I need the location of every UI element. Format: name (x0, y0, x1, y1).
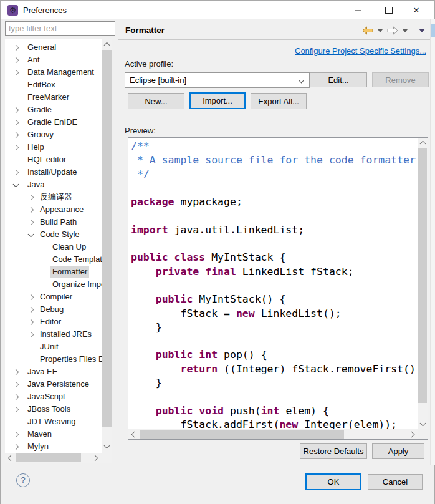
forward-history-dropdown-icon[interactable] (403, 29, 408, 32)
tree-item-build-path[interactable]: Build Path (5, 216, 102, 228)
tree-item-data-management[interactable]: Data Management (5, 66, 102, 79)
chevron-right-icon[interactable] (28, 319, 34, 326)
tree-vertical-scrollbar[interactable] (102, 39, 112, 453)
edit-button[interactable]: Edit... (310, 72, 367, 87)
chevron-right-icon[interactable] (28, 195, 34, 201)
tree-item-jdt-weaving[interactable]: JDT Weaving (5, 415, 102, 428)
tree-item-gradle-enide[interactable]: Gradle EnIDE (5, 116, 102, 128)
tree-item-java-ee[interactable]: Java EE (5, 366, 102, 378)
tree-item-maven[interactable]: Maven (5, 428, 102, 440)
tree-vscroll-thumb[interactable] (102, 50, 112, 427)
view-menu-icon[interactable] (419, 29, 425, 32)
tree-item-ant[interactable]: Ant (5, 54, 102, 66)
tree-item-general[interactable]: General (5, 41, 102, 54)
scroll-left-icon[interactable] (8, 455, 14, 462)
tree-item-freemarker[interactable]: FreeMarker (5, 91, 102, 104)
tree-item-organize-impo[interactable]: Organize Impo (5, 278, 102, 291)
chevron-right-icon[interactable] (13, 369, 19, 376)
chevron-right-icon[interactable] (28, 332, 34, 338)
export-all-button[interactable]: Export All... (251, 93, 307, 109)
tree-item-gradle[interactable]: Gradle (5, 104, 102, 116)
code-editor[interactable]: /** * A sample source file for the code … (131, 140, 417, 429)
chevron-down-icon[interactable] (13, 182, 19, 188)
tree-item-groovy[interactable]: Groovy (5, 128, 102, 141)
preview-hscroll-thumb[interactable] (140, 430, 344, 439)
chevron-right-icon[interactable] (13, 170, 19, 176)
tree-item-java-persistence[interactable]: Java Persistence (5, 378, 102, 390)
tree-item-mylyn[interactable]: Mylyn (5, 440, 102, 453)
tree-item-compiler[interactable]: Compiler (5, 291, 102, 303)
chevron-right-icon[interactable] (13, 145, 19, 151)
panel-scrollbar[interactable] (430, 19, 435, 465)
panel-scroll-thumb[interactable] (431, 24, 435, 37)
scroll-up-icon[interactable] (104, 42, 110, 49)
chevron-right-icon[interactable] (28, 307, 34, 313)
gear-icon: ⚙ (7, 5, 18, 16)
apply-button[interactable]: Apply (372, 443, 424, 459)
filter-input[interactable] (5, 21, 115, 36)
active-profile-select[interactable]: Eclipse [built-in] (125, 72, 310, 88)
tree-horizontal-scrollbar[interactable] (5, 453, 102, 463)
chevron-right-icon[interactable] (13, 444, 19, 450)
tree-item-[interactable]: 反编译器 (5, 191, 102, 203)
tree-hscroll-thumb[interactable] (16, 453, 81, 462)
tree-item-editbox[interactable]: EditBox (5, 79, 102, 91)
chevron-right-icon[interactable] (13, 132, 19, 138)
tree-item-formatter[interactable]: Formatter (5, 266, 102, 278)
chevron-right-icon[interactable] (13, 394, 19, 400)
page-title: Formatter (125, 26, 165, 35)
tree-item-code-template[interactable]: Code Template (5, 253, 102, 266)
close-button[interactable]: ✕ (406, 1, 427, 19)
preview-horizontal-scrollbar[interactable] (128, 429, 418, 439)
tree-item-installed-jres[interactable]: Installed JREs (5, 328, 102, 341)
scroll-right-icon[interactable] (409, 432, 415, 438)
tree-item-editor[interactable]: Editor (5, 316, 102, 328)
tree-item-hql-editor[interactable]: HQL editor (5, 153, 102, 166)
maximize-button[interactable] (378, 1, 399, 19)
tree-item-code-style[interactable]: Code Style (5, 228, 102, 241)
chevron-right-icon[interactable] (13, 70, 19, 76)
tree-item-java[interactable]: Java (5, 178, 102, 191)
forward-arrow-icon[interactable] (387, 26, 398, 35)
tree-item-properties-files-ed[interactable]: Properties Files Ed (5, 353, 102, 366)
remove-button[interactable]: Remove (372, 72, 429, 87)
tree-item-jboss-tools[interactable]: JBoss Tools (5, 403, 102, 415)
tree-item-clean-up[interactable]: Clean Up (5, 241, 102, 253)
chevron-right-icon[interactable] (28, 207, 34, 213)
chevron-down-icon[interactable] (28, 231, 34, 238)
cancel-button[interactable]: Cancel (368, 474, 423, 490)
new-button[interactable]: New... (128, 93, 184, 109)
scroll-down-icon[interactable] (420, 420, 426, 427)
chevron-right-icon[interactable] (13, 120, 19, 126)
tree-item-debug[interactable]: Debug (5, 303, 102, 316)
chevron-right-icon[interactable] (13, 57, 19, 64)
chevron-right-icon[interactable] (28, 220, 34, 226)
tree-item-javascript[interactable]: JavaScript (5, 390, 102, 403)
tree-item-junit[interactable]: JUnit (5, 341, 102, 353)
chevron-right-icon[interactable] (13, 45, 19, 51)
chevron-right-icon[interactable] (13, 382, 19, 388)
chevron-right-icon[interactable] (13, 432, 19, 438)
preview-vscroll-thumb[interactable] (418, 148, 427, 403)
scroll-left-icon[interactable] (131, 432, 138, 438)
chevron-right-icon[interactable] (28, 294, 34, 301)
import-button[interactable]: Import... (189, 92, 246, 109)
scroll-up-icon[interactable] (420, 141, 426, 147)
chevron-right-icon[interactable] (13, 407, 19, 413)
chevron-right-icon[interactable] (13, 107, 19, 114)
tree-item-label: HQL editor (27, 153, 66, 166)
tree-item-help[interactable]: Help (5, 141, 102, 153)
tree-item-install-update[interactable]: Install/Update (5, 166, 102, 178)
tree-item-appearance[interactable]: Appearance (5, 203, 102, 216)
help-icon[interactable]: ? (16, 473, 30, 487)
minimize-button[interactable] (347, 1, 368, 19)
scroll-down-icon[interactable] (104, 443, 110, 449)
ok-button[interactable]: OK (305, 473, 361, 490)
configure-project-settings-link[interactable]: Configure Project Specific Settings... (295, 46, 426, 56)
restore-defaults-button[interactable]: Restore Defaults (300, 443, 367, 459)
preview-vertical-scrollbar[interactable] (418, 138, 428, 429)
back-history-dropdown-icon[interactable] (378, 29, 383, 32)
back-arrow-icon[interactable] (362, 26, 373, 35)
code-line: fStack = new LinkedList(); (131, 307, 417, 321)
scroll-right-icon[interactable] (92, 455, 98, 462)
